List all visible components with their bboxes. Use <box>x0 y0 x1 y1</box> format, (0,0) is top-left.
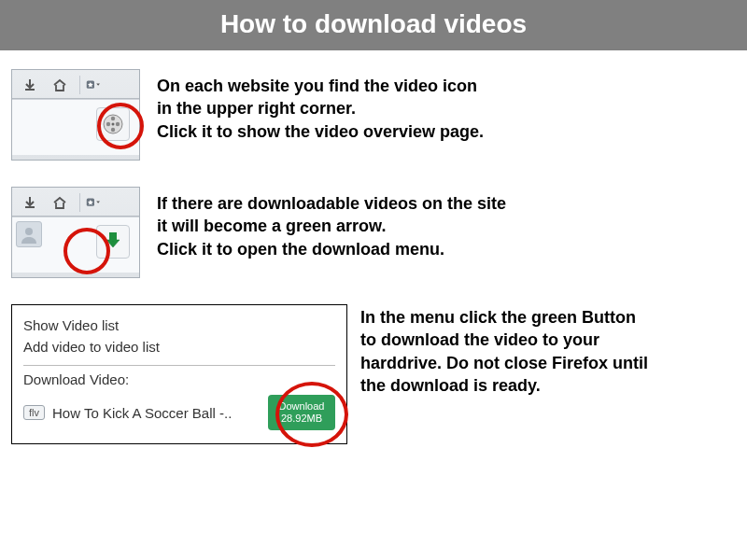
format-badge: flv <box>23 405 45 420</box>
step-1: On each website you find the video icon … <box>11 69 736 161</box>
page-title: How to download videos <box>0 0 747 50</box>
menu-add-video[interactable]: Add video to video list <box>23 336 335 357</box>
home-icon <box>49 193 70 212</box>
step3-caption: In the menu click the green Button to do… <box>360 306 648 397</box>
step2-thumbnail <box>11 187 140 278</box>
menu-separator <box>23 365 335 366</box>
highlight-circle <box>97 103 144 149</box>
download-video-label: Download Video: <box>23 371 335 387</box>
step1-caption: On each website you find the video icon … <box>157 75 484 143</box>
menu-show-video-list[interactable]: Show Video list <box>23 315 335 336</box>
step1-thumbnail <box>11 69 140 161</box>
download-menu: Show Video list Add video to video list … <box>11 304 347 444</box>
highlight-circle <box>63 228 110 274</box>
download-arrow-icon <box>20 193 40 212</box>
step-2: If there are downloadable videos on the … <box>11 187 736 278</box>
toolbar-icons <box>12 70 139 99</box>
step-3: Show Video list Add video to video list … <box>11 304 736 444</box>
avatar-placeholder-icon <box>16 221 42 247</box>
highlight-circle <box>275 382 348 447</box>
home-icon <box>49 76 70 94</box>
video-title: How To Kick A Soccer Ball -.. <box>52 405 261 421</box>
svg-point-8 <box>25 228 33 235</box>
toolbar-icons <box>12 188 139 217</box>
content: On each website you find the video icon … <box>0 50 747 444</box>
bookmark-dropdown-icon <box>79 193 100 212</box>
download-arrow-icon <box>20 76 40 94</box>
svg-rect-9 <box>109 232 117 241</box>
bookmark-dropdown-icon <box>79 76 100 94</box>
step3-thumbnail: Show Video list Add video to video list … <box>11 304 347 444</box>
step2-caption: If there are downloadable videos on the … <box>157 192 506 260</box>
